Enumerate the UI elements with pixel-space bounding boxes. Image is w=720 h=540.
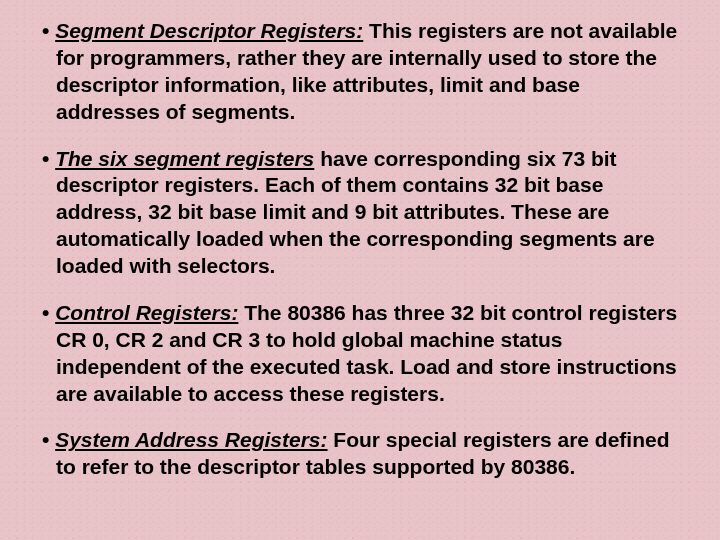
bullet-heading: Control Registers: [55,301,238,324]
bullet-heading: Segment Descriptor Registers: [55,19,363,42]
bullet-heading: The six segment registers [55,147,314,170]
bullet-six-segment: The six segment registers have correspon… [42,146,686,280]
bullet-control-registers: Control Registers: The 80386 has three 3… [42,300,686,408]
bullet-system-address: System Address Registers: Four special r… [42,427,686,481]
bullet-heading: System Address Registers: [55,428,327,451]
bullet-segment-descriptor: Segment Descriptor Registers: This regis… [42,18,686,126]
slide-body: Segment Descriptor Registers: This regis… [0,0,720,540]
